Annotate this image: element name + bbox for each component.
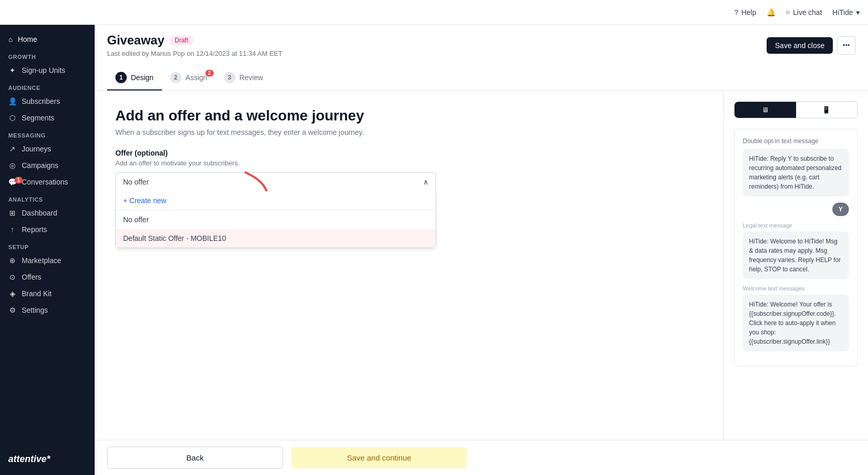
page-title-section: Giveaway Draft Last edited by Marius Pop… [107, 33, 282, 57]
page-header: Giveaway Draft Last edited by Marius Pop… [95, 25, 868, 91]
step-1-number: 1 [115, 72, 127, 83]
sidebar-section-setup: SETUP [0, 238, 95, 252]
sidebar-section-analytics: ANALYTICS [0, 190, 95, 205]
save-continue-button[interactable]: Save and continue [291, 447, 467, 468]
dashboard-icon: ⊞ [8, 209, 17, 217]
subscribers-icon: 👤 [8, 97, 17, 105]
step-1-label: Design [131, 73, 154, 82]
sidebar-item-settings[interactable]: ⚙ Settings [0, 302, 95, 318]
live-chat-label: Live chat [793, 8, 822, 17]
step-3-label: Review [240, 73, 263, 82]
page-title: Giveaway [107, 33, 164, 48]
main-content: Add an offer and a welcome journey When … [95, 91, 868, 440]
step-assign[interactable]: 2 Assign 2 [162, 68, 216, 90]
legal-label: Legal text message [743, 222, 849, 228]
sidebar-item-label: Offers [22, 273, 41, 281]
desktop-icon: 🖥 [762, 106, 769, 114]
sidebar-item-brand-kit[interactable]: ◈ Brand Kit [0, 285, 95, 302]
step-2-label: Assign [186, 73, 207, 82]
step-2-badge: 2 [205, 70, 214, 76]
step-2-number: 2 [170, 72, 182, 83]
preview-card: Double opt-in text message HiTide: Reply… [734, 129, 858, 366]
chevron-up-icon: ∧ [423, 178, 428, 186]
dropdown-option-no-offer[interactable]: No offer [116, 210, 436, 229]
user-menu[interactable]: HiTide ▾ [832, 8, 860, 17]
sidebar-item-label: Journeys [22, 145, 51, 153]
section-description: When a subscriber signs up for text mess… [115, 128, 702, 136]
sidebar-item-label: Sign-up Units [22, 66, 65, 74]
sidebar-section-messaging: MESSAGING [0, 126, 95, 141]
create-new-option[interactable]: + Create new [116, 191, 436, 210]
sidebar-item-signup-units[interactable]: ✦ Sign-up Units [0, 62, 95, 79]
form-area: Add an offer and a welcome journey When … [95, 91, 723, 440]
section-title: Add an offer and a welcome journey [115, 108, 702, 124]
save-close-button[interactable]: Save and close [767, 37, 833, 54]
welcome-label: Welcome text messages [743, 285, 849, 292]
sidebar-item-label: Segments [22, 114, 54, 122]
sidebar-item-offers[interactable]: ⊙ Offers [0, 269, 95, 285]
sidebar-item-dashboard[interactable]: ⊞ Dashboard [0, 205, 95, 221]
help-button[interactable]: ? Help [734, 8, 756, 17]
mobile-icon: 📱 [822, 106, 831, 114]
sidebar-item-label: Reports [22, 225, 47, 234]
bell-icon: 🔔 [767, 8, 775, 17]
preview-reply: Y [743, 203, 849, 216]
top-nav: ? Help 🔔 Live chat HiTide ▾ [0, 0, 868, 25]
more-icon: ••• [843, 41, 850, 49]
sidebar-item-label: Dashboard [22, 209, 57, 217]
offer-field-sublabel: Add an offer to motivate your subscriber… [115, 159, 702, 167]
sidebar-item-home[interactable]: ⌂ Home [0, 31, 95, 48]
sidebar-item-label: Settings [22, 306, 48, 314]
brand-kit-icon: ◈ [8, 289, 17, 298]
header-actions: Save and close ••• [767, 36, 856, 55]
desktop-preview-button[interactable]: 🖥 [735, 102, 796, 118]
back-button[interactable]: Back [107, 447, 283, 469]
conversations-badge: 1 [14, 177, 23, 183]
sidebar-item-journeys[interactable]: ↗ Journeys [0, 141, 95, 157]
chevron-down-icon: ▾ [856, 8, 860, 17]
main-layout: ⌂ Home GROWTH ✦ Sign-up Units AUDIENCE 👤… [0, 25, 868, 475]
segments-icon: ⬡ [8, 114, 17, 122]
sidebar-home-label: Home [18, 35, 37, 43]
page-header-top: Giveaway Draft Last edited by Marius Pop… [107, 33, 856, 57]
sidebar-item-conversations[interactable]: 💬 Conversations 1 [0, 174, 95, 190]
sidebar-item-reports[interactable]: ↑ Reports [0, 221, 95, 238]
step-review[interactable]: 3 Review [216, 68, 272, 90]
mobile-preview-button[interactable]: 📱 [796, 102, 858, 118]
notifications-button[interactable]: 🔔 [767, 8, 775, 17]
help-label: Help [741, 8, 756, 17]
help-icon: ? [734, 8, 738, 17]
journeys-icon: ↗ [8, 145, 17, 153]
dropdown-option-default-static[interactable]: Default Static Offer - MOBILE10 [116, 229, 436, 248]
user-name: HiTide [832, 8, 853, 17]
double-optin-label: Double opt-in text message [743, 137, 849, 145]
sidebar-item-label: Campaigns [22, 161, 58, 170]
signup-units-icon: ✦ [8, 66, 17, 74]
step-design[interactable]: 1 Design [107, 68, 162, 90]
draft-badge: Draft [170, 36, 193, 45]
welcome-message: HiTide: Welcome! Your offer is {{subscri… [743, 295, 849, 351]
sidebar-section-audience: AUDIENCE [0, 79, 95, 93]
page-subtitle: Last edited by Marius Pop on 12/14/2023 … [107, 50, 282, 57]
campaigns-icon: ◎ [8, 161, 17, 170]
more-options-button[interactable]: ••• [837, 36, 856, 55]
preview-toggle: 🖥 📱 [734, 101, 858, 118]
offer-dropdown-menu: + Create new No offer Default Static Off… [115, 191, 436, 248]
live-chat-status: Live chat [786, 8, 822, 17]
offers-icon: ⊙ [8, 273, 17, 281]
double-optin-message: HiTide: Reply Y to subscribe to recurrin… [743, 149, 849, 196]
sidebar-item-label: Marketplace [22, 256, 61, 265]
content-area: Giveaway Draft Last edited by Marius Pop… [95, 25, 868, 475]
sidebar-item-label: Subscribers [22, 97, 60, 105]
offer-selected-value: No offer [123, 178, 149, 186]
sidebar-item-subscribers[interactable]: 👤 Subscribers [0, 93, 95, 110]
settings-icon: ⚙ [8, 306, 17, 314]
bottom-bar: Back Save and continue [95, 440, 868, 475]
offer-dropdown-container: No offer ∧ + Create new No offer Default… [115, 172, 436, 191]
sidebar-item-marketplace[interactable]: ⊕ Marketplace [0, 252, 95, 269]
offer-dropdown-trigger[interactable]: No offer ∧ [115, 172, 436, 191]
sidebar-item-campaigns[interactable]: ◎ Campaigns [0, 157, 95, 174]
logo-text: attentive* [8, 454, 50, 464]
page-title-row: Giveaway Draft [107, 33, 282, 48]
sidebar-item-segments[interactable]: ⬡ Segments [0, 110, 95, 126]
